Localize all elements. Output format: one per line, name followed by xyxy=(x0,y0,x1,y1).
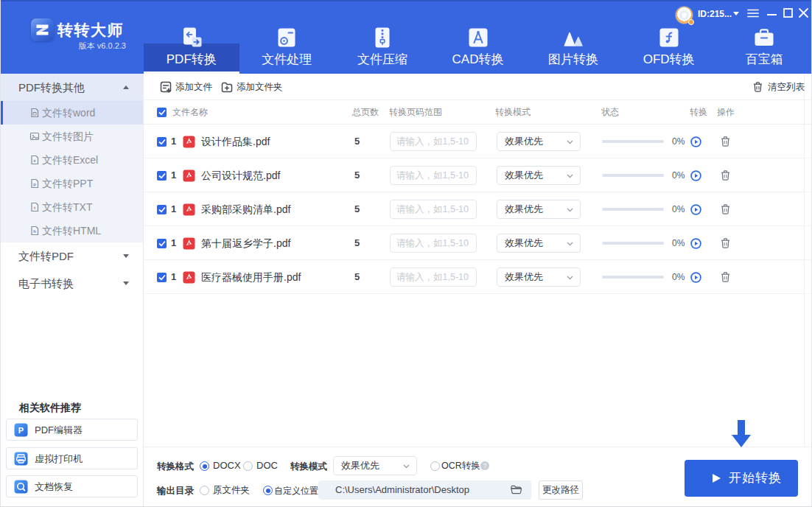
row-mode-select[interactable]: 效果优先 xyxy=(497,234,581,253)
radio-ocr-label[interactable]: OCR转换 xyxy=(441,460,480,472)
row-mode-select[interactable]: 效果优先 xyxy=(497,166,581,185)
radio-ocr[interactable] xyxy=(430,461,440,471)
row-delete-button[interactable] xyxy=(720,271,731,283)
row-mode-select[interactable]: 效果优先 xyxy=(497,268,581,287)
row-delete-button[interactable] xyxy=(720,169,731,181)
list-toolbar: 添加文件 添加文件夹 清空列表 xyxy=(144,74,812,100)
user-id[interactable]: ID:215... xyxy=(698,9,732,19)
row-convert-play-button[interactable] xyxy=(690,272,701,283)
row-delete-button[interactable] xyxy=(720,136,731,147)
sidebar-section-to-pdf[interactable]: 文件转PDF xyxy=(0,242,143,270)
chevron-down-icon xyxy=(567,140,573,144)
recommend-app-虚拟打印机[interactable]: 虚拟打印机 xyxy=(6,447,138,469)
maximize-button[interactable] xyxy=(781,6,796,21)
mode-select[interactable]: 效果优先 xyxy=(333,456,417,475)
recommend-app-label: 文档恢复 xyxy=(35,476,73,497)
sidebar-item-label: 文件转PPT xyxy=(42,172,93,195)
page-range-input[interactable] xyxy=(390,234,477,253)
recommend-app-PDF编辑器[interactable]: PPDF编辑器 xyxy=(6,419,138,441)
sidebar-item-文件转word[interactable]: w文件转word xyxy=(0,101,143,125)
sidebar-item-文件转PPT[interactable]: p文件转PPT xyxy=(0,172,143,195)
radio-docx-label[interactable]: DOCX xyxy=(213,460,241,471)
tab-image-icon xyxy=(562,27,584,49)
close-button[interactable] xyxy=(797,6,811,21)
main-panel: 添加文件 添加文件夹 清空列表 文件名称 总页数 转换页码范围 转 xyxy=(144,74,812,507)
add-folder-icon xyxy=(221,81,233,93)
row-checkbox[interactable] xyxy=(157,205,167,214)
select-all-checkbox[interactable] xyxy=(157,108,167,117)
sidebar-section-pdf-convert-other[interactable]: PDF转换其他 xyxy=(0,74,143,101)
row-convert-play-button[interactable] xyxy=(690,136,701,147)
radio-doc-label[interactable]: DOC xyxy=(256,460,278,471)
radio-doc[interactable] xyxy=(243,461,253,471)
chevron-down-icon xyxy=(567,174,573,178)
pdf-file-icon xyxy=(183,203,195,216)
radio-docx[interactable] xyxy=(200,461,209,471)
sidebar-item-文件转TXT[interactable]: t文件转TXT xyxy=(0,195,143,219)
app-printer-icon xyxy=(14,452,28,466)
radio-source-folder-label[interactable]: 原文件夹 xyxy=(213,484,250,497)
radio-custom-location[interactable] xyxy=(263,486,273,495)
progress-percent: 0% xyxy=(672,226,685,260)
start-convert-label: 开始转换 xyxy=(729,460,782,497)
page-count: 5 xyxy=(354,125,360,158)
minimize-button[interactable] xyxy=(765,6,780,21)
clear-list-icon xyxy=(752,81,764,93)
radio-source-folder[interactable] xyxy=(200,486,209,495)
mode-label: 转换模式 xyxy=(290,461,327,473)
menu-button[interactable] xyxy=(746,6,760,21)
doc-img-icon xyxy=(29,131,40,141)
sidebar-item-文件转Excel[interactable]: x文件转Excel xyxy=(0,148,143,172)
row-convert-play-button[interactable] xyxy=(690,170,701,181)
app-window: 转转大师 版本 v6.0.2.3 PDF转换文件处理文件压缩CAD转换图片转换O… xyxy=(0,0,812,507)
row-mode-select[interactable]: 效果优先 xyxy=(497,132,581,151)
start-convert-button[interactable]: 开始转换 xyxy=(685,460,798,497)
change-path-button[interactable]: 更改路径 xyxy=(539,480,583,500)
page-range-input[interactable] xyxy=(390,200,477,219)
col-mode: 转换模式 xyxy=(495,100,531,125)
row-delete-button[interactable] xyxy=(720,237,731,249)
radio-custom-location-label[interactable]: 自定义位置 xyxy=(274,485,318,497)
row-index: 1 xyxy=(171,158,176,192)
file-row: 1第十届返乡学子.pdf5效果优先0% xyxy=(144,226,812,260)
tab-pdf-icon xyxy=(181,27,203,49)
section-label: 文件转PDF xyxy=(18,242,74,270)
row-checkbox[interactable] xyxy=(157,137,167,147)
row-mode-select[interactable]: 效果优先 xyxy=(497,200,581,219)
output-path-input[interactable]: C:\Users\Administrator\Desktop xyxy=(318,480,531,500)
sidebar-item-文件转HTML[interactable]: h文件转HTML xyxy=(0,219,143,242)
row-convert-play-button[interactable] xyxy=(690,238,701,249)
output-label: 输出目录 xyxy=(157,485,194,497)
row-delete-button[interactable] xyxy=(720,203,731,215)
tab-ofd-icon xyxy=(658,27,680,49)
sidebar-item-label: 文件转HTML xyxy=(42,219,101,242)
page-range-input[interactable] xyxy=(390,166,477,185)
row-checkbox[interactable] xyxy=(157,273,167,282)
app-recover-icon xyxy=(14,480,28,494)
recommend-app-文档恢复[interactable]: 文档恢复 xyxy=(6,475,138,497)
add-file-label: 添加文件 xyxy=(175,74,212,101)
sidebar-item-label: 文件转TXT xyxy=(42,195,92,219)
col-name: 文件名称 xyxy=(172,100,208,125)
doc-x-icon: x xyxy=(29,155,40,165)
nav-tab-label: 文件压缩 xyxy=(335,51,430,68)
format-label: 转换格式 xyxy=(157,461,194,473)
chevron-down-icon xyxy=(403,464,410,469)
page-range-input[interactable] xyxy=(390,132,477,151)
sidebar-item-文件转图片[interactable]: 文件转图片 xyxy=(0,125,143,148)
row-checkbox[interactable] xyxy=(157,239,167,248)
col-action: 操作 xyxy=(717,100,735,125)
nav-tab-label: CAD转换 xyxy=(430,51,526,68)
user-avatar[interactable] xyxy=(676,7,693,24)
page-range-input[interactable] xyxy=(390,268,477,287)
user-caret-icon[interactable] xyxy=(733,12,739,18)
row-checkbox[interactable] xyxy=(157,171,167,181)
row-convert-play-button[interactable] xyxy=(690,204,701,215)
row-index: 1 xyxy=(171,260,176,294)
add-file-icon xyxy=(160,81,172,93)
sidebar-section-ebook[interactable]: 电子书转换 xyxy=(0,270,143,297)
folder-icon[interactable] xyxy=(511,485,522,494)
table-header: 文件名称 总页数 转换页码范围 转换模式 状态 转换 操作 xyxy=(144,100,812,125)
ocr-info-icon[interactable]: ? xyxy=(480,461,489,470)
file-name: 第十届返乡学子.pdf xyxy=(201,226,290,260)
